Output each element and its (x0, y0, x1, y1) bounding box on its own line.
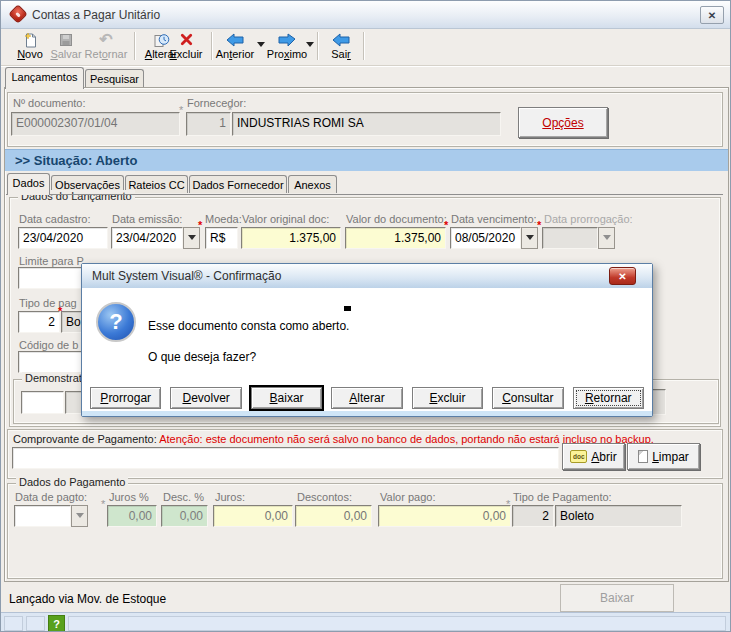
statusbar: ? (1, 612, 731, 632)
statusbar-cell (4, 616, 23, 631)
app-window: Contas a Pagar Unitário ✕ Novo Salvar ↶ … (0, 0, 731, 632)
data-prorrogacao-dropdown-icon[interactable] (598, 227, 615, 249)
valor-documento-field[interactable]: 1.375,00 (345, 227, 446, 249)
supplier-name-field[interactable]: INDUSTRIAS ROMI SA (232, 112, 501, 136)
dialog-bottom-frame (82, 411, 652, 416)
moeda-field[interactable]: R$ (205, 227, 238, 249)
limpar-button[interactable]: Limpar (627, 443, 700, 470)
data-emissao-combo[interactable]: 23/04/2020 (111, 227, 200, 249)
tab-dados-fornecedor[interactable]: Dados Fornecedor (189, 175, 287, 193)
tab-anexos[interactable]: Anexos (288, 175, 337, 193)
footer-status-text: Lançado via Mov. de Estoque (9, 592, 166, 606)
artifact-square (344, 306, 351, 311)
data-cadastro-field[interactable]: 23/04/2020 (18, 227, 108, 249)
juros-pct-label: Juros % (109, 491, 149, 503)
abrir-button[interactable]: doc Abrir (562, 443, 625, 470)
dialog-consultar-button[interactable]: Consultar (492, 387, 563, 409)
dialog-titlebar: Mult System Visual® - Confirmação (82, 264, 652, 288)
juros-field[interactable]: 0,00 (213, 505, 293, 527)
dialog-message-line1: Esse documento consta como aberto. (148, 319, 349, 333)
toolbar-separator (363, 32, 365, 60)
abrir-label: Abrir (591, 450, 616, 464)
situacao-text: >> Situação: Aberto (15, 153, 137, 168)
excluir-button[interactable]: Excluir (165, 31, 207, 64)
marker: * (101, 498, 105, 510)
data-prorrogacao-label: Data prorrogação: (544, 213, 633, 225)
proximo-dropdown-icon[interactable] (306, 42, 314, 51)
data-emissao-dropdown-icon[interactable] (183, 227, 200, 249)
data-vencimento-value[interactable]: 08/05/2020 (450, 227, 521, 249)
supplier-code-field[interactable]: 1 (186, 112, 231, 136)
limite-label: Limite para P (19, 255, 84, 267)
data-pagto-dropdown-icon[interactable] (71, 505, 88, 527)
dialog-devolver-button[interactable]: Devolver (170, 387, 241, 409)
window-close-button[interactable]: ✕ (700, 6, 724, 24)
data-prorrogacao-value[interactable] (542, 227, 598, 249)
descontos-label: Descontos: (297, 491, 352, 503)
dialog-retornar-button[interactable]: Retornar (573, 387, 644, 409)
sair-button[interactable]: Sair (323, 31, 359, 64)
data-pagto-value[interactable] (14, 505, 71, 527)
dialog-close-button[interactable]: ✕ (609, 267, 636, 285)
tipo-pagamento-label: Tipo de Pagamento: (513, 491, 612, 503)
question-icon: ? (96, 302, 136, 342)
valor-documento-label: Valor do documento: (346, 213, 447, 225)
exit-arrow-icon (332, 31, 350, 48)
window-titlebar: Contas a Pagar Unitário ✕ (1, 1, 730, 29)
anterior-button[interactable]: Anterior (215, 31, 255, 64)
data-vencimento-combo[interactable]: 08/05/2020 (450, 227, 538, 249)
doc-number-field[interactable]: E000002307/01/04 (11, 112, 180, 136)
desc-pct-field[interactable]: 0,00 (161, 505, 208, 527)
demonstrativo-code-field[interactable] (21, 391, 64, 414)
dialog-excluir-button[interactable]: Excluir (412, 387, 483, 409)
doc-number-label: Nº documento: (13, 97, 86, 109)
toolbar-separator (317, 32, 319, 60)
limpar-label: Limpar (652, 450, 689, 464)
blank-page-icon (638, 450, 648, 463)
tipo-pagto-label: Tipo de pag (19, 297, 77, 309)
opcoes-button[interactable]: Opções (518, 107, 608, 138)
tipo-pagamento-field[interactable]: Boleto (555, 505, 682, 527)
valor-pago-field[interactable]: 0,00 (378, 505, 511, 527)
comprovante-field[interactable] (12, 447, 559, 469)
proximo-button[interactable]: Proximo (267, 31, 307, 64)
retornar-button[interactable]: ↶ Retornar (83, 31, 129, 64)
salvar-button[interactable]: Salvar (45, 31, 87, 64)
main-toolbar: Novo Salvar ↶ Retornar Alterar Excluir (1, 29, 730, 66)
retornar-label: Retornar (85, 48, 128, 60)
dialog-prorrogar-button[interactable]: Prorrogar (90, 387, 161, 409)
dialog-baixar-button[interactable]: Baixar (251, 387, 322, 409)
tab-pesquisar[interactable]: Pesquisar (85, 69, 144, 87)
juros-label: Juros: (215, 491, 245, 503)
tipo-pagamento-code-field[interactable]: 2 (512, 505, 554, 527)
data-prorrogacao-combo[interactable] (542, 227, 615, 249)
descontos-field[interactable]: 0,00 (295, 505, 372, 527)
opcoes-label: Opções (542, 116, 583, 130)
anterior-dropdown-icon[interactable] (257, 42, 265, 51)
new-document-icon (22, 31, 39, 48)
baixar-footer-button[interactable]: Baixar (560, 584, 674, 612)
doc-file-icon: doc (570, 450, 587, 463)
moeda-label: Moeda: (205, 213, 242, 225)
anterior-label: Anterior (216, 48, 255, 60)
juros-pct-field[interactable]: 0,00 (107, 505, 157, 527)
tab-lancamentos[interactable]: Lançamentos (5, 67, 84, 89)
comprovante-label: Comprovante de Pagamento: Atenção: este … (13, 433, 654, 445)
save-icon (58, 31, 74, 48)
window-title: Contas a Pagar Unitário (32, 8, 160, 22)
toolbar-separator (211, 32, 213, 60)
data-vencimento-dropdown-icon[interactable] (521, 227, 538, 249)
data-emissao-label: Data emissão: (112, 213, 182, 225)
valor-original-field[interactable]: 1.375,00 (241, 227, 341, 249)
desc-pct-label: Desc. % (163, 491, 204, 503)
data-emissao-value[interactable]: 23/04/2020 (111, 227, 183, 249)
supplier-label: Fornecedor: (187, 97, 246, 109)
dialog-alterar-button[interactable]: Alterar (331, 387, 402, 409)
tipo-pagto-code-field[interactable]: 2 (18, 311, 60, 333)
data-pagto-label: Data de pagto: (15, 491, 87, 503)
tab-dados[interactable]: Dados (7, 173, 50, 195)
data-pagto-combo[interactable] (14, 505, 88, 527)
toolbar-separator (134, 32, 136, 60)
help-icon[interactable]: ? (48, 615, 65, 632)
valor-pago-label: Valor pago: (380, 491, 435, 503)
